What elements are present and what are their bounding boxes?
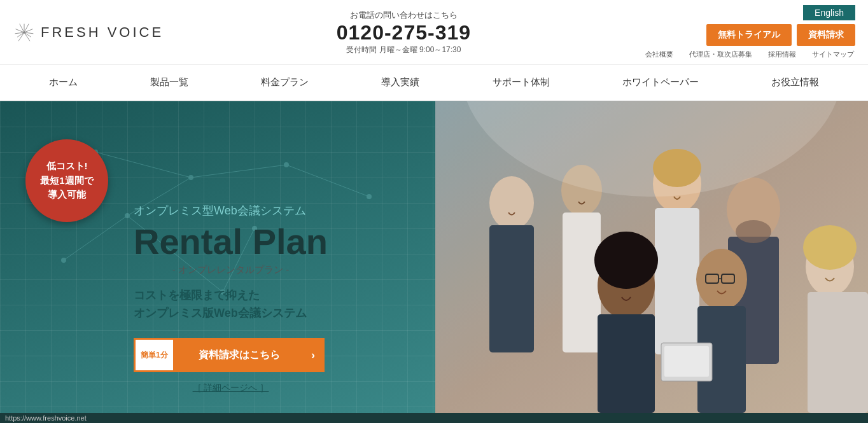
nav-pricing[interactable]: 料金プラン	[256, 74, 314, 91]
cta-badge: 簡単1分	[136, 340, 175, 370]
trial-button[interactable]: 無料トライアル	[706, 24, 792, 46]
logo-icon	[13, 21, 36, 44]
hero-content: オンプレミス型Web会議システム Rental Plan - オンプレレンタルプ…	[134, 203, 328, 394]
language-button[interactable]: English	[803, 5, 855, 20]
header: FRESH VOICE お電話の問い合わせはこちら 0120-275-319 受…	[0, 0, 868, 65]
status-bar: https://www.freshvoice.net	[0, 413, 868, 423]
hero-desc-line2: オンプレミス版Web会議システム	[134, 304, 328, 323]
nav-support[interactable]: サポート体制	[487, 74, 555, 91]
top-right: English 無料トライアル 資料請求 会社概要 代理店・取次店募集 採用情報…	[644, 5, 855, 59]
badge-line3: 導入可能	[48, 189, 86, 200]
cta-button[interactable]: 簡単1分 資料請求はこちら ›	[134, 338, 325, 372]
nav-info[interactable]: お役立情報	[766, 74, 824, 91]
svg-line-23	[286, 165, 369, 197]
phone-label: お電話の問い合わせはこちら	[337, 10, 471, 21]
nav-home[interactable]: ホーム	[44, 74, 83, 91]
phone-number: 0120-275-319	[337, 21, 471, 45]
svg-line-11	[18, 32, 24, 41]
cta-arrow-icon: ›	[304, 349, 323, 362]
material-button[interactable]: 資料請求	[797, 24, 855, 46]
hero-section: 低コスト! 最短1週間で 導入可能 オンプレミス型Web会議システム Renta…	[0, 101, 868, 413]
phone-hours: 受付時間 月曜～金曜 9:00～17:30	[337, 45, 471, 55]
svg-line-20	[95, 152, 191, 178]
nav-cases[interactable]: 導入実績	[376, 74, 424, 91]
hero-subtitle: オンプレミス型Web会議システム	[134, 203, 328, 218]
detail-link[interactable]: ［ 詳細ページへ ］	[134, 382, 328, 394]
nav-products[interactable]: 製品一覧	[145, 74, 193, 91]
logo: FRESH VOICE	[13, 21, 164, 44]
badge-bubble: 低コスト! 最短1週間で 導入可能	[25, 139, 108, 222]
hero-plan: - オンプレレンタルプラン -	[134, 264, 328, 276]
action-buttons: 無料トライアル 資料請求	[706, 24, 855, 46]
svg-line-22	[191, 165, 286, 178]
status-url: https://www.freshvoice.net	[5, 414, 87, 422]
navigation: ホーム 製品一覧 料金プラン 導入実績 サポート体制 ホワイトペーパー お役立情…	[0, 65, 868, 101]
hero-desc-line1: コストを極限まで抑えた	[134, 286, 328, 305]
svg-line-26	[64, 216, 127, 260]
hero-title: Rental Plan	[134, 222, 328, 261]
logo-text: FRESH VOICE	[41, 24, 164, 41]
cta-label: 資料請求はこちら	[175, 349, 304, 362]
hero-description: コストを極限まで抑えた オンプレミス版Web会議システム	[134, 286, 328, 323]
nav-whitepaper[interactable]: ホワイトペーパー	[617, 74, 704, 91]
hero-people-image	[435, 101, 868, 413]
badge-line2: 最短1週間で	[40, 175, 93, 186]
badge-line1: 低コスト!	[46, 160, 88, 171]
svg-line-10	[24, 32, 30, 41]
phone-area: お電話の問い合わせはこちら 0120-275-319 受付時間 月曜～金曜 9:…	[337, 10, 471, 55]
sub-links: 会社概要 代理店・取次店募集 採用情報 サイトマップ	[644, 50, 855, 59]
people-illustration	[435, 101, 868, 413]
